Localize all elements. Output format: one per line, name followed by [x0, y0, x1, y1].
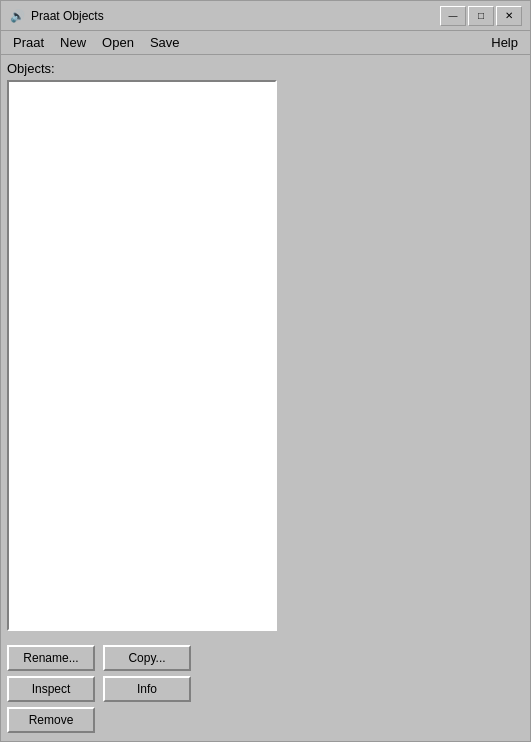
inspect-button[interactable]: Inspect: [7, 676, 95, 702]
close-button[interactable]: [496, 6, 522, 26]
copy-button[interactable]: Copy...: [103, 645, 191, 671]
menu-bar: Praat New Open Save Help: [1, 31, 530, 55]
main-window: 🔊 Praat Objects Praat New Open Save Help…: [0, 0, 531, 742]
window-controls: [440, 6, 522, 26]
objects-panel: [7, 80, 524, 631]
rename-button[interactable]: Rename...: [7, 645, 95, 671]
button-row-1: Rename... Copy...: [7, 645, 524, 671]
info-button[interactable]: Info: [103, 676, 191, 702]
objects-list[interactable]: [7, 80, 277, 631]
menu-praat[interactable]: Praat: [5, 33, 52, 52]
remove-button[interactable]: Remove: [7, 707, 95, 733]
menu-open[interactable]: Open: [94, 33, 142, 52]
menu-new[interactable]: New: [52, 33, 94, 52]
app-icon: 🔊: [9, 8, 25, 24]
objects-label: Objects:: [7, 61, 524, 76]
button-row-3: Remove: [7, 707, 524, 733]
right-panel: [277, 80, 524, 631]
menu-save[interactable]: Save: [142, 33, 188, 52]
bottom-buttons: Rename... Copy... Inspect Info Remove: [1, 637, 530, 741]
button-row-2: Inspect Info: [7, 676, 524, 702]
title-bar: 🔊 Praat Objects: [1, 1, 530, 31]
content-area: Objects:: [1, 55, 530, 637]
menu-help[interactable]: Help: [483, 33, 526, 52]
minimize-button[interactable]: [440, 6, 466, 26]
maximize-button[interactable]: [468, 6, 494, 26]
window-title: Praat Objects: [31, 9, 440, 23]
